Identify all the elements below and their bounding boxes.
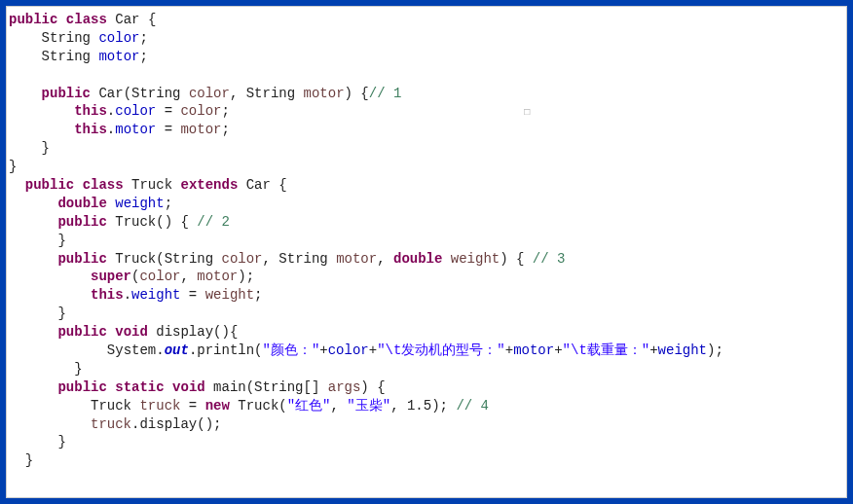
field-out: out bbox=[165, 342, 189, 358]
constructor-truck: Truck bbox=[115, 214, 156, 230]
keyword-extends: extends bbox=[180, 177, 238, 193]
code-content: public class Car { String color; String … bbox=[9, 11, 844, 470]
keyword-new: new bbox=[205, 398, 230, 414]
class-truck: Truck bbox=[131, 177, 172, 193]
type-string: String bbox=[42, 30, 91, 46]
keyword-public: public bbox=[57, 251, 106, 267]
method-println: println bbox=[197, 342, 254, 358]
constructor-car: Car bbox=[98, 86, 123, 101]
comment-2: // 2 bbox=[197, 214, 230, 230]
param-args: args bbox=[328, 379, 361, 395]
method-display: display bbox=[156, 324, 213, 340]
param-weight: weight bbox=[451, 251, 500, 267]
field-weight: weight bbox=[115, 196, 164, 211]
keyword-super: super bbox=[91, 269, 131, 284]
comment-3: // 3 bbox=[533, 251, 566, 267]
class-system: System bbox=[107, 342, 156, 358]
string-red: "红色" bbox=[287, 398, 331, 414]
keyword-double: double bbox=[57, 196, 106, 211]
keyword-public: public bbox=[57, 214, 106, 230]
keyword-public: public bbox=[42, 86, 91, 101]
code-editor-frame: public class Car { String color; String … bbox=[6, 6, 847, 498]
field-motor: motor bbox=[98, 49, 139, 64]
class-name: Car bbox=[115, 12, 139, 27]
keyword-public: public bbox=[9, 12, 57, 27]
var-truck: truck bbox=[139, 398, 180, 414]
string-weight-label: "\t载重量：" bbox=[563, 342, 650, 358]
keyword-static: static bbox=[115, 379, 164, 395]
keyword-public: public bbox=[25, 177, 74, 193]
field-color: color bbox=[98, 30, 139, 46]
keyword-class: class bbox=[66, 12, 107, 27]
whitespace-marker: □ bbox=[524, 107, 530, 118]
comment-4: // 4 bbox=[456, 398, 489, 414]
param-motor: motor bbox=[304, 86, 345, 101]
string-color-label: "颜色：" bbox=[263, 342, 320, 358]
keyword-void: void bbox=[115, 324, 148, 340]
keyword-class: class bbox=[83, 177, 124, 193]
number-1-5: 1.5 bbox=[407, 398, 431, 414]
type-string: String bbox=[42, 49, 91, 64]
keyword-this: this bbox=[74, 103, 107, 119]
comment-1: // 1 bbox=[369, 86, 402, 101]
method-main: main bbox=[213, 379, 246, 395]
keyword-this: this bbox=[74, 122, 107, 137]
string-motor-label: "\t发动机的型号：" bbox=[377, 342, 505, 358]
param-color: color bbox=[189, 86, 230, 101]
string-yuchai: "玉柴" bbox=[347, 398, 390, 414]
